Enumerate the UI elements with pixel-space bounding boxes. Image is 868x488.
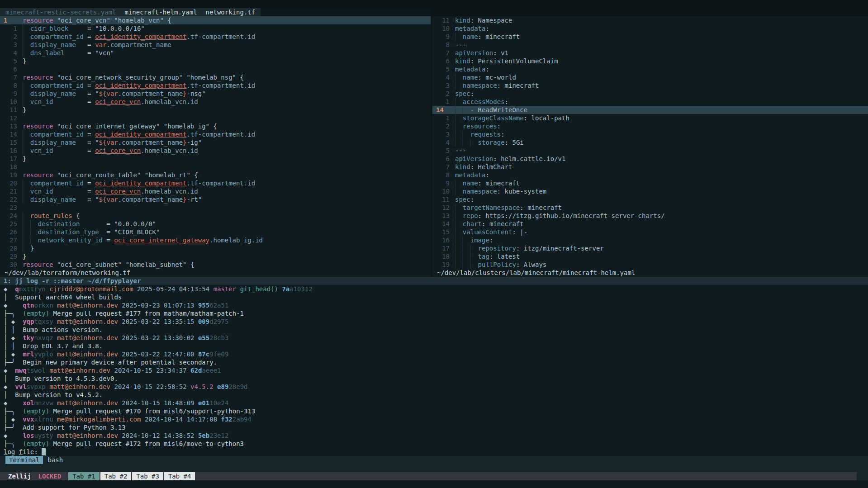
terraform-code-area[interactable]: 1resource "oci_core_vcn" "homelab_vcn" {…: [0, 16, 431, 269]
token-em: matt@einhorn.dev: [57, 432, 118, 439]
code-line: 8metadata:: [432, 171, 868, 179]
yaml-code-area[interactable]: 11kind: Namespace10metadata:9▏ name: min…: [432, 16, 868, 269]
line-text: ▏ }: [23, 244, 34, 252]
code-line: 15▏ display_name = "${var.compartment_na…: [0, 138, 431, 147]
token-tx: Begin new primary device after potential…: [23, 359, 217, 366]
tab-minecraft-helm[interactable]: minecraft-helm.yaml: [124, 8, 197, 16]
token-str: "oci_core_route_table" "homelab_rt": [53, 171, 194, 179]
zellij-tab-3[interactable]: Tab #3: [132, 472, 163, 480]
token-oid: 009: [198, 318, 209, 325]
token-pu: :: [497, 188, 501, 195]
token-pu: {: [167, 17, 171, 24]
token-str: "oci_core_network_security_group" "homel…: [53, 74, 240, 81]
line-text: }: [23, 106, 26, 114]
token-dim: 28e9d: [228, 383, 247, 390]
token-gr: │: [4, 294, 15, 301]
token-pr: vcn_id: [30, 188, 53, 195]
token-pu: }: [30, 245, 34, 252]
token-pu: {: [213, 123, 217, 130]
code-line: 25▏ ▏ destination = "0.0.0.0/0": [0, 220, 431, 228]
token-refu: oci_identity_compartment: [95, 82, 186, 89]
token-em: matt@einhorn.dev: [57, 302, 118, 309]
code-line: 11spec:: [432, 195, 868, 204]
line-number: 16: [436, 236, 450, 244]
zellij-tab-1[interactable]: Tab #1: [68, 472, 100, 480]
token-tx: [53, 334, 57, 341]
token-g: ▏ ▏: [23, 228, 38, 236]
code-line: 7resource "oci_core_network_security_gro…: [0, 73, 431, 81]
token-pr: storage: [478, 139, 505, 146]
terminal-tab-bash[interactable]: bash: [47, 456, 63, 464]
token-pu: :: [497, 123, 501, 130]
code-line: 26▏ ▏ destination_type = "CIDR_BLOCK": [0, 228, 431, 236]
token-dt: 2025-03-22 12:47:00: [122, 351, 194, 358]
line-number: 1: [436, 98, 450, 106]
token-pr: display_name: [30, 90, 76, 97]
token-gr: │: [4, 391, 15, 398]
tab-networking-tf[interactable]: networking.tf: [206, 8, 256, 16]
line-text: }: [23, 57, 26, 65]
jj-log-line: ◆ xolmnzvw matt@einhorn.dev 2024-10-15 1…: [0, 399, 868, 407]
editor-pane-terraform[interactable]: minecraft-restic-secrets.yaml minecraft-…: [0, 8, 431, 277]
token-str: "oci_core_vcn" "homelab_vcn": [53, 17, 167, 24]
token-g: ▏: [455, 98, 463, 105]
token-cur: [42, 448, 45, 455]
jj-log-line: │ Bump version to 4.5.3.dev0.: [0, 374, 868, 383]
token-tx: Bump version to v4.5.2.: [15, 391, 103, 398]
token-dim: 10e24: [209, 399, 228, 407]
code-line: 10metadata:: [432, 24, 868, 33]
token-pr: pullPolicy: [478, 261, 516, 268]
terminal-tab-active[interactable]: Terminal: [5, 456, 43, 464]
zellij-tab-4[interactable]: Tab #4: [164, 472, 195, 480]
token-gr: ◆: [4, 302, 23, 309]
zellij-tab-2[interactable]: Tab #2: [100, 472, 132, 480]
token-pu: :: [470, 17, 474, 24]
token-pr: chart: [463, 220, 482, 227]
line-text: kind: PersistentVolumeClaim: [455, 57, 558, 65]
code-line: 9▏ display_name = "${var.compartment_nam…: [0, 90, 431, 98]
token-mem: .tf-compartment.id: [186, 180, 255, 187]
token-oid: 62d: [190, 367, 202, 374]
token-pu: :: [470, 90, 474, 97]
token-g: ▏: [23, 180, 30, 187]
token-pu: {: [240, 74, 243, 81]
line-number: 8: [436, 171, 450, 179]
token-ref: }: [183, 139, 186, 146]
line-text: ▏ targetNamespace: minecraft: [455, 204, 562, 212]
code-line: 9▏ name: minecraft: [432, 179, 868, 187]
token-pr: vcn_id: [30, 147, 53, 154]
token-refu: oci_core_vcn: [95, 188, 141, 195]
token-gr: │ ◆: [4, 318, 23, 325]
line-text: apiVersion: v1: [455, 49, 508, 57]
token-oid: 87c: [198, 351, 209, 358]
token-pu: {: [190, 261, 194, 268]
token-g: ▏: [23, 90, 30, 97]
token-pu: =: [84, 33, 95, 40]
token-pr: repository: [478, 245, 516, 252]
code-line: 29}: [0, 252, 431, 261]
token-str: latest: [493, 253, 520, 260]
line-number: 7: [436, 49, 450, 57]
token-pr: destination: [38, 220, 80, 227]
code-line: 12▏ targetNamespace: minecraft: [432, 204, 868, 212]
token-g: ▏: [455, 220, 463, 227]
log-file-prompt[interactable]: log file:: [0, 448, 868, 456]
token-pu: :: [505, 139, 508, 146]
token-gr: ◆: [4, 285, 15, 293]
jj-log-line: ├─╮ (empty) Merge pull request #170 from…: [0, 407, 868, 415]
line-number: 7: [436, 163, 450, 171]
token-pu: :: [470, 57, 474, 65]
line-text: ▏ ▏ destination_type = "CIDR_BLOCK": [23, 228, 160, 236]
token-str: ReadWriteOnce: [478, 106, 528, 114]
terminal-pane[interactable]: 1: jj log -r ::master ~/d/ffpyplayer ◆ q…: [0, 277, 868, 456]
editor-pane-yaml[interactable]: 11kind: Namespace10metadata:9▏ name: min…: [432, 8, 868, 277]
line-text: ▏ ▏ ▏ storage: 5Gi: [455, 138, 524, 147]
token-dim: xlrnu: [34, 416, 53, 423]
jj-log-line: ├─╯ Add support for Python 3.13: [0, 423, 868, 431]
token-pu: =: [53, 147, 95, 154]
code-line: 11}: [0, 106, 431, 114]
token-str: mc-world: [482, 74, 516, 81]
token-gr: │ │: [4, 326, 23, 333]
token-ey: (empty): [23, 310, 49, 317]
tab-minecraft-restic-secrets[interactable]: minecraft-restic-secrets.yaml: [5, 8, 116, 16]
